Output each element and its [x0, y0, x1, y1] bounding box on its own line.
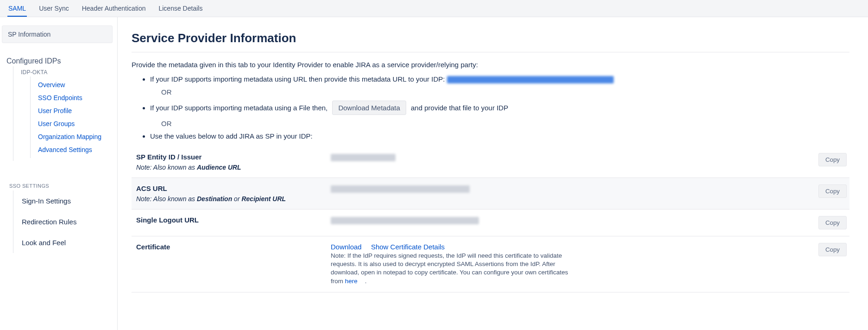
- bullet-metadata-url-text: If your IDP supports importing metadata …: [150, 75, 447, 83]
- sidebar-item-look-and-feel[interactable]: Look and Feel: [13, 232, 113, 253]
- intro-text: Provide the metadata given in this tab t…: [132, 61, 849, 69]
- row-acs-url: ACS URL Note: Also known as Destination …: [132, 178, 849, 209]
- redacted-sp-entity-id-value: [331, 154, 396, 161]
- top-tab-bar: SAML User Sync Header Authentication Lic…: [0, 0, 868, 17]
- sidebar-link-organization-mapping[interactable]: Organization Mapping: [31, 130, 113, 143]
- copy-button-acs-url[interactable]: Copy: [818, 184, 847, 198]
- sidebar-item-sp-information[interactable]: SP Information: [2, 25, 113, 43]
- bullet-metadata-file-post: and provide that file to your IDP: [411, 104, 508, 112]
- sidebar-item-redirection-rules[interactable]: Redirection Rules: [13, 211, 113, 232]
- link-configure-certificates-here[interactable]: here: [345, 278, 358, 285]
- label-acs-url: ACS URL: [136, 184, 321, 192]
- copy-button-sp-entity-id[interactable]: Copy: [818, 153, 847, 166]
- tab-user-sync[interactable]: User Sync: [38, 0, 70, 17]
- tab-license-details[interactable]: License Details: [157, 0, 203, 17]
- sidebar-idp-name[interactable]: IDP-OKTA: [13, 69, 113, 76]
- sp-info-table: SP Entity ID / Issuer Note: Also known a…: [132, 146, 849, 292]
- note-sp-entity-id: Note: Also known as Audience URL: [136, 164, 321, 171]
- redacted-metadata-url: [447, 76, 614, 83]
- sidebar-link-advanced-settings[interactable]: Advanced Settings: [31, 143, 113, 156]
- certificate-note: Note: If the IdP requires signed request…: [331, 252, 581, 286]
- copy-button-certificate[interactable]: Copy: [818, 243, 847, 256]
- bullet-metadata-file-pre: If your IDP supports importing metadata …: [150, 104, 329, 112]
- link-download-certificate[interactable]: Download: [331, 243, 362, 251]
- title-divider: [132, 52, 849, 52]
- tab-header-auth[interactable]: Header Authentication: [81, 0, 147, 17]
- redacted-slo-url-value: [331, 217, 479, 224]
- bullet-metadata-url: If your IDP supports importing metadata …: [150, 75, 849, 83]
- label-sp-entity-id: SP Entity ID / Issuer: [136, 153, 321, 161]
- sidebar-link-sso-endpoints[interactable]: SSO Endpoints: [31, 91, 113, 104]
- sidebar: SP Information Configured IDPs IDP-OKTA …: [0, 17, 118, 330]
- bullet-manual-values: Use the values below to add JIRA as SP i…: [150, 132, 849, 140]
- or-separator-1: OR: [161, 88, 849, 96]
- sidebar-link-user-profile[interactable]: User Profile: [31, 104, 113, 117]
- sidebar-configured-idps-heading: Configured IDPs: [2, 57, 113, 65]
- tab-saml[interactable]: SAML: [7, 0, 27, 17]
- page-title: Service Provider Information: [132, 31, 849, 45]
- redacted-acs-url-value: [331, 185, 470, 193]
- or-separator-2: OR: [161, 120, 849, 127]
- sidebar-sso-settings-heading: SSO SETTINGS: [2, 183, 113, 189]
- label-certificate: Certificate: [136, 243, 321, 251]
- sidebar-link-overview[interactable]: Overview: [31, 78, 113, 91]
- link-show-certificate-details[interactable]: Show Certificate Details: [371, 243, 445, 251]
- sidebar-link-user-groups[interactable]: User Groups: [31, 117, 113, 130]
- main-content: Service Provider Information Provide the…: [118, 17, 868, 330]
- note-acs-url: Note: Also known as Destination or Recip…: [136, 195, 321, 203]
- row-sp-entity-id: SP Entity ID / Issuer Note: Also known a…: [132, 146, 849, 178]
- row-certificate: Certificate Download Show Certificate De…: [132, 236, 849, 292]
- download-metadata-button[interactable]: Download Metadata: [332, 101, 406, 115]
- copy-button-slo-url[interactable]: Copy: [818, 216, 847, 229]
- sidebar-item-sign-in-settings[interactable]: Sign-In Settings: [13, 190, 113, 211]
- row-single-logout-url: Single Logout URL Copy: [132, 209, 849, 236]
- bullet-metadata-file: If your IDP supports importing metadata …: [150, 101, 849, 115]
- label-single-logout-url: Single Logout URL: [136, 216, 321, 224]
